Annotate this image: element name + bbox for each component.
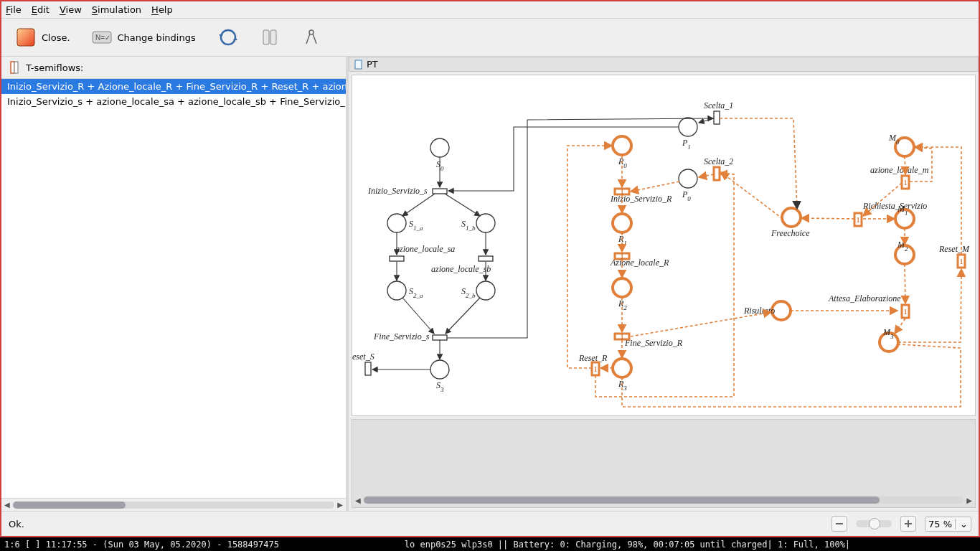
semiflow-item[interactable]: Inizio_Servizio_s + azione_locale_sa + a… — [1, 94, 346, 109]
svg-point-60 — [782, 208, 801, 227]
app-window: File Edit View Simulation Help Close. N=… — [0, 0, 980, 537]
svg-text:1: 1 — [620, 252, 624, 260]
zoom-in-button[interactable] — [900, 516, 916, 532]
left-pane-header: T-semiflows: — [1, 57, 346, 79]
svg-rect-84 — [836, 523, 843, 524]
svg-text:Reset_M: Reset_M — [938, 244, 970, 254]
scroll-thumb[interactable] — [364, 496, 880, 504]
left-hscrollbar[interactable]: ◀ ▶ — [1, 498, 346, 511]
svg-point-3 — [221, 30, 235, 44]
svg-text:eset_S: eset_S — [352, 352, 374, 362]
deskbar-center: lo enp0s25 wlp3s0 || Battery: 0: Chargin… — [405, 540, 850, 550]
close-button[interactable]: Close. — [11, 24, 75, 50]
svg-text:Fine_Servizio_s: Fine_Servizio_s — [373, 331, 430, 342]
svg-rect-9 — [355, 60, 362, 69]
scroll-track[interactable] — [13, 501, 335, 509]
scroll-thumb[interactable] — [13, 501, 126, 509]
svg-rect-31 — [365, 362, 371, 375]
menu-file[interactable]: File — [6, 4, 22, 15]
menu-edit[interactable]: Edit — [32, 4, 50, 15]
petri-net-svg: S0 Inizio_Servizio_s S1_a S1_b azione_lo… — [352, 75, 975, 416]
svg-rect-27 — [433, 335, 447, 340]
zoom-out-button[interactable] — [831, 516, 847, 532]
svg-text:azione_locale_sb: azione_locale_sb — [431, 264, 491, 274]
svg-rect-86 — [908, 520, 909, 527]
scroll-track[interactable] — [364, 496, 964, 504]
svg-text:Scelta_2: Scelta_2 — [704, 156, 733, 166]
canvas-header: PT — [349, 57, 979, 72]
svg-text:P0: P0 — [682, 189, 691, 202]
semiflows-list[interactable]: Inizio_Servizio_R + Azione_locale_R + Fi… — [1, 79, 346, 498]
deskbar-left: 1:6 [ ] 11:17:55 - (Sun 03 May, 05.2020)… — [4, 540, 279, 550]
close-label: Close. — [42, 32, 70, 43]
minus-icon — [835, 519, 844, 528]
svg-point-24 — [476, 281, 495, 300]
svg-rect-7 — [11, 62, 14, 73]
status-bar: Ok. 75 % ⌄ — [1, 511, 979, 536]
right-hscrollbar[interactable]: ◀ ▶ — [355, 494, 972, 506]
svg-rect-37 — [714, 167, 720, 180]
slider-knob[interactable] — [869, 518, 880, 529]
svg-point-55 — [613, 359, 631, 377]
svg-point-40 — [613, 136, 631, 155]
svg-point-14 — [387, 214, 406, 232]
scroll-left-icon[interactable]: ◀ — [4, 501, 10, 509]
svg-text:1: 1 — [903, 178, 908, 187]
step-button[interactable] — [255, 24, 283, 50]
scroll-right-icon[interactable]: ▶ — [337, 501, 343, 509]
svg-rect-4 — [263, 30, 269, 44]
svg-text:S1_b: S1_b — [461, 219, 476, 232]
svg-rect-5 — [270, 30, 276, 44]
svg-text:N=✓: N=✓ — [95, 34, 110, 42]
main-split: T-semiflows: Inizio_Servizio_R + Azione_… — [1, 57, 979, 511]
svg-rect-13 — [433, 189, 447, 194]
svg-text:1: 1 — [620, 187, 624, 196]
svg-point-38 — [679, 169, 697, 188]
lower-panel: ◀ ▶ — [352, 419, 976, 508]
left-pane-title: T-semiflows: — [26, 62, 83, 73]
svg-text:Risultato: Risultato — [743, 306, 775, 316]
desktop-status-bar: 1:6 [ ] 11:17:55 - (Sun 03 May, 05.2020)… — [0, 537, 980, 551]
svg-text:S2_b: S2_b — [461, 286, 476, 299]
svg-point-10 — [430, 138, 449, 157]
svg-point-22 — [387, 281, 406, 300]
change-bindings-button[interactable]: N=✓ Change bindings — [88, 24, 200, 50]
svg-point-34 — [679, 118, 697, 136]
svg-rect-0 — [17, 29, 34, 46]
svg-point-45 — [613, 214, 631, 232]
svg-point-28 — [430, 360, 449, 379]
zoom-value: 75 % — [928, 519, 952, 529]
svg-text:1: 1 — [903, 307, 908, 316]
svg-rect-21 — [479, 256, 493, 261]
svg-text:Attesa_Elaborazione: Attesa_Elaborazione — [828, 293, 901, 303]
restart-button[interactable] — [213, 24, 242, 50]
petri-net-canvas[interactable]: S0 Inizio_Servizio_s S1_a S1_b azione_lo… — [352, 75, 976, 416]
svg-text:Scelta_1: Scelta_1 — [704, 100, 733, 110]
svg-text:1: 1 — [856, 215, 860, 224]
compass-icon — [301, 27, 321, 47]
right-pane: PT S0 Inizio_Servizio_s S1_a — [349, 57, 979, 511]
tool-button[interactable] — [296, 24, 325, 50]
semiflow-item[interactable]: Inizio_Servizio_R + Azione_locale_R + Fi… — [1, 79, 346, 94]
menu-help[interactable]: Help — [151, 4, 173, 15]
svg-text:1: 1 — [593, 364, 598, 373]
restart-icon — [217, 27, 237, 47]
menubar: File Edit View Simulation Help — [1, 1, 979, 19]
svg-text:1: 1 — [959, 257, 963, 265]
zoom-controls: 75 % ⌄ — [831, 516, 971, 532]
zoom-slider[interactable] — [856, 520, 892, 527]
doc-icon — [354, 60, 364, 70]
left-pane: T-semiflows: Inizio_Servizio_R + Azione_… — [1, 57, 349, 511]
svg-text:M0: M0 — [888, 133, 900, 146]
menu-view[interactable]: View — [60, 4, 82, 15]
svg-text:P1: P1 — [682, 138, 691, 151]
svg-rect-19 — [390, 256, 404, 261]
scroll-left-icon[interactable]: ◀ — [355, 496, 361, 504]
status-text: Ok. — [9, 519, 24, 529]
zoom-select[interactable]: 75 % ⌄ — [925, 517, 971, 532]
scroll-right-icon[interactable]: ▶ — [966, 496, 972, 504]
menu-simulation[interactable]: Simulation — [92, 4, 141, 15]
svg-point-50 — [613, 278, 631, 297]
svg-rect-8 — [14, 62, 18, 73]
svg-text:S3: S3 — [436, 380, 444, 393]
